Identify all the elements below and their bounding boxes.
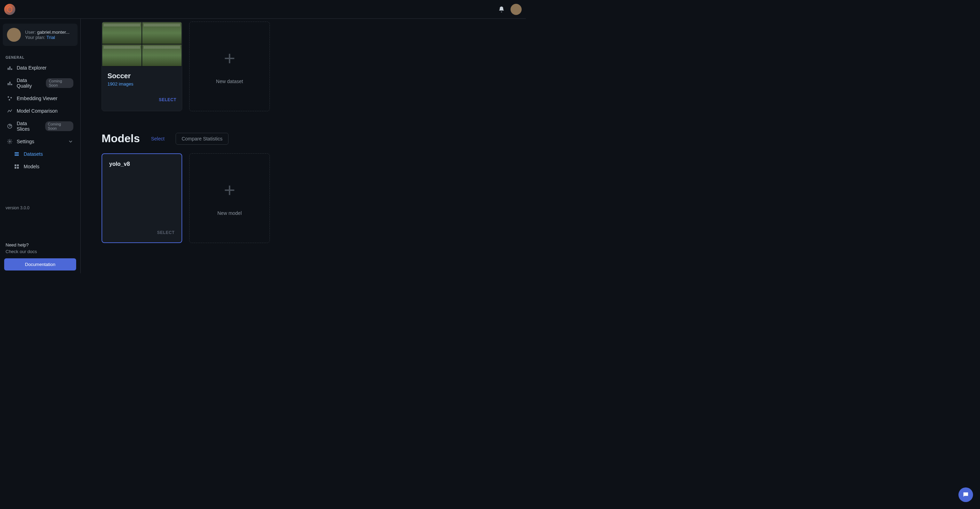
coming-soon-badge: Coming Soon <box>45 121 73 131</box>
svg-point-6 <box>8 96 9 98</box>
sidebar-item-data-quality[interactable]: Data Quality Coming Soon <box>3 74 78 92</box>
sidebar-item-settings[interactable]: Settings <box>3 135 78 148</box>
new-dataset-label: New dataset <box>216 79 243 84</box>
documentation-button[interactable]: Documentation <box>4 258 76 270</box>
coming-soon-badge: Coming Soon <box>46 78 73 88</box>
sidebar: User: gabriel.monter... Your plan: Trial… <box>0 19 81 273</box>
models-title: Models <box>102 132 140 145</box>
svg-rect-12 <box>14 154 19 154</box>
topbar-right <box>498 4 522 15</box>
dataset-card-body: Soccer 1902 images <box>102 67 182 92</box>
gear-icon <box>7 139 13 144</box>
model-card-yolo-v8[interactable]: yolo_v8 SELECT <box>102 153 182 243</box>
dataset-title: Soccer <box>107 72 176 80</box>
help-subtitle: Check our docs <box>4 249 76 258</box>
new-model-card[interactable]: + New model <box>189 153 270 243</box>
app-logo[interactable] <box>4 4 15 15</box>
sidebar-item-data-explorer[interactable]: Data Explorer <box>3 62 78 74</box>
list-icon <box>14 151 19 157</box>
svg-point-7 <box>10 97 12 99</box>
user-name: User: gabriel.monter... <box>25 30 73 35</box>
version-text: version 3.0.0 <box>4 203 76 213</box>
svg-rect-16 <box>14 167 16 169</box>
topbar <box>0 0 526 19</box>
thumb-image <box>142 22 182 44</box>
thumb-image <box>102 44 142 67</box>
grid-icon <box>14 164 19 169</box>
sidebar-item-label: Data Explorer <box>17 65 46 71</box>
plus-icon: + <box>224 180 235 200</box>
dataset-card-soccer[interactable]: Soccer 1902 images SELECT <box>102 22 182 111</box>
sidebar-item-model-comparison[interactable]: Model Comparison <box>3 105 78 117</box>
sidebar-section-general: GENERAL <box>3 53 78 62</box>
sidebar-item-label: Settings <box>17 139 34 144</box>
svg-rect-4 <box>10 82 10 85</box>
model-title: yolo_v8 <box>109 161 175 167</box>
datasets-row: Soccer 1902 images SELECT + New dataset <box>102 22 512 111</box>
new-dataset-card[interactable]: + New dataset <box>189 22 270 111</box>
svg-rect-3 <box>8 83 9 85</box>
user-plan: Your plan: Trial <box>25 35 73 40</box>
dataset-thumbnail <box>102 22 182 67</box>
user-card[interactable]: User: gabriel.monter... Your plan: Trial <box>3 24 78 46</box>
pie-icon <box>7 123 13 129</box>
svg-rect-5 <box>11 84 12 85</box>
new-model-label: New model <box>217 210 242 216</box>
models-row: yolo_v8 SELECT + New model <box>102 153 512 243</box>
notification-icon[interactable] <box>498 6 505 13</box>
svg-rect-14 <box>14 164 16 166</box>
bar-chart-icon <box>7 80 13 86</box>
model-select-area: SELECT <box>109 229 175 235</box>
bar-chart-icon <box>7 65 13 71</box>
sidebar-item-models[interactable]: Models <box>3 160 78 173</box>
dataset-image-count: 1902 images <box>107 81 176 87</box>
svg-rect-13 <box>14 155 19 156</box>
svg-rect-2 <box>11 68 12 70</box>
chevron-down-icon <box>68 139 73 144</box>
svg-rect-11 <box>14 152 19 153</box>
sidebar-item-label: Data Slices <box>17 121 41 132</box>
select-button[interactable]: SELECT <box>157 230 175 235</box>
svg-rect-1 <box>10 67 10 70</box>
svg-point-10 <box>9 141 10 142</box>
compare-statistics-button[interactable]: Compare Statistics <box>176 133 228 145</box>
sidebar-item-label: Embedding Viewer <box>17 95 57 101</box>
scatter-icon <box>7 95 13 101</box>
svg-rect-0 <box>8 68 9 70</box>
svg-rect-17 <box>17 167 19 169</box>
sidebar-item-data-slices[interactable]: Data Slices Coming Soon <box>3 117 78 135</box>
thumb-image <box>142 44 182 67</box>
thumb-image <box>102 22 142 44</box>
trend-icon <box>7 108 13 114</box>
logo-icon <box>6 6 13 13</box>
main-content: Soccer 1902 images SELECT + New dataset … <box>81 19 526 273</box>
sidebar-item-embedding-viewer[interactable]: Embedding Viewer <box>3 92 78 105</box>
card-select-area: SELECT <box>102 92 182 107</box>
sidebar-footer: version 3.0.0 Need help? Check our docs … <box>3 203 78 270</box>
sidebar-item-label: Datasets <box>24 151 43 157</box>
sidebar-item-datasets[interactable]: Datasets <box>3 148 78 160</box>
plus-icon: + <box>224 49 235 68</box>
svg-point-8 <box>9 99 10 100</box>
models-select-button[interactable]: Select <box>151 136 164 142</box>
models-section-header: Models Select Compare Statistics <box>102 132 512 145</box>
main-layout: User: gabriel.monter... Your plan: Trial… <box>0 19 526 273</box>
svg-rect-15 <box>17 164 19 166</box>
sidebar-item-label: Models <box>24 164 39 169</box>
select-button[interactable]: SELECT <box>159 97 176 102</box>
sidebar-item-label: Data Quality <box>17 78 42 89</box>
help-title: Need help? <box>4 241 76 249</box>
sidebar-item-label: Model Comparison <box>17 108 58 114</box>
user-avatar <box>7 28 21 42</box>
user-avatar-top[interactable] <box>511 4 522 15</box>
user-info: User: gabriel.monter... Your plan: Trial <box>25 30 73 40</box>
